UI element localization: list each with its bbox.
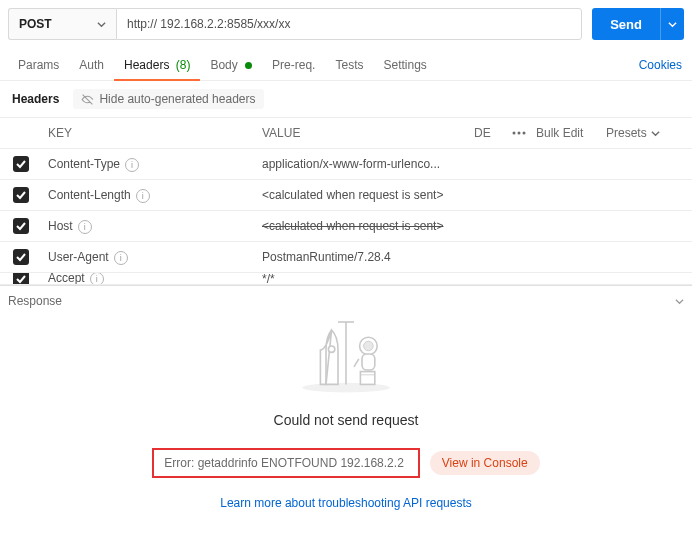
presets-button[interactable]: Presets [600,126,692,140]
svg-line-11 [354,359,359,367]
response-label: Response [8,294,62,308]
send-options-button[interactable] [660,8,684,40]
row-checkbox[interactable] [0,156,42,172]
chevron-down-icon[interactable] [675,297,684,306]
row-checkbox[interactable] [0,187,42,203]
view-in-console-button[interactable]: View in Console [430,451,540,475]
http-method-select[interactable]: POST [8,8,116,40]
headers-table-body: Content-Typei application/x-www-form-url… [0,149,692,285]
bulk-edit-button[interactable]: Bulk Edit [536,126,600,140]
tab-auth[interactable]: Auth [69,50,114,80]
row-key[interactable]: Hosti [42,219,256,234]
tab-body-label: Body [210,58,237,72]
cookies-link[interactable]: Cookies [637,50,684,80]
info-icon: i [125,158,139,172]
error-host: 192.168.2.2 [340,456,403,470]
svg-point-9 [364,341,374,351]
row-key[interactable]: Content-Typei [42,157,256,172]
http-method-label: POST [19,17,52,31]
svg-point-0 [513,132,516,135]
send-button-group: Send [592,8,684,40]
row-checkbox[interactable] [0,273,42,285]
hide-autogen-label: Hide auto-generated headers [99,92,255,106]
row-checkbox[interactable] [0,249,42,265]
request-tabs: Params Auth Headers (8) Body Pre-req. Te… [0,44,692,81]
row-value[interactable]: PostmanRuntime/7.28.4 [256,250,470,264]
table-row: Accepti */* [0,273,692,285]
response-error-box: Error: getaddrinfo ENOTFOUND 192.168.2.2 [152,448,419,478]
checkbox-checked-icon [13,249,29,265]
url-input[interactable] [116,8,582,40]
more-columns-button[interactable] [502,131,536,135]
chevron-down-icon [97,20,106,29]
table-row: Hosti <calculated when request is sent> [0,211,692,242]
row-value[interactable]: application/x-www-form-urlenco... [256,157,470,171]
headers-subtitle: Headers [12,92,59,106]
svg-rect-12 [360,372,374,385]
chevron-down-icon [668,20,677,29]
row-key[interactable]: User-Agenti [42,250,256,265]
rocket-astronaut-icon [281,314,411,394]
svg-point-1 [518,132,521,135]
checkbox-checked-icon [13,187,29,203]
svg-point-2 [523,132,526,135]
headers-table: KEY VALUE DE Bulk Edit Presets Content-T… [0,117,692,285]
body-active-dot-icon [245,62,252,69]
response-error-line: Error: getaddrinfo ENOTFOUND 192.168.2.2… [8,448,684,478]
headers-subbar: Headers Hide auto-generated headers [0,81,692,117]
tab-headers-label: Headers [124,58,169,72]
tab-prereq[interactable]: Pre-req. [262,50,325,80]
hide-autogen-toggle[interactable]: Hide auto-generated headers [73,89,263,109]
headers-table-head: KEY VALUE DE Bulk Edit Presets [0,118,692,149]
info-icon: i [90,273,104,285]
row-value[interactable]: <calculated when request is sent> [256,188,470,202]
row-value[interactable]: <calculated when request is sent> [256,219,470,233]
info-icon: i [78,220,92,234]
table-row: Content-Typei application/x-www-form-url… [0,149,692,180]
row-checkbox[interactable] [0,218,42,234]
table-row: Content-Lengthi <calculated when request… [0,180,692,211]
response-area: Response Could not send request Error: g… [0,285,692,510]
tab-headers-count: (8) [176,58,191,72]
presets-label: Presets [606,126,647,140]
request-bar: POST Send [0,0,692,44]
learn-more-link[interactable]: Learn more about troubleshooting API req… [8,496,684,510]
table-row: User-Agenti PostmanRuntime/7.28.4 [0,242,692,273]
ellipsis-icon [512,131,526,135]
row-key[interactable]: Accepti [42,273,256,285]
row-key[interactable]: Content-Lengthi [42,188,256,203]
info-icon: i [136,189,150,203]
col-desc-header: DE [470,126,502,140]
tab-headers[interactable]: Headers (8) [114,50,200,80]
col-key-header: KEY [42,126,256,140]
eye-off-icon [81,93,94,106]
send-button[interactable]: Send [592,8,660,40]
checkbox-checked-icon [13,273,29,285]
response-title: Could not send request [8,412,684,428]
checkbox-checked-icon [13,156,29,172]
response-illustration [8,314,684,394]
error-prefix: Error: getaddrinfo ENOTFOUND [164,456,337,470]
tab-params[interactable]: Params [8,50,69,80]
col-value-header: VALUE [256,126,470,140]
tab-body[interactable]: Body [200,50,262,80]
checkbox-checked-icon [13,218,29,234]
tab-tests[interactable]: Tests [325,50,373,80]
svg-rect-10 [362,354,375,370]
info-icon: i [114,251,128,265]
svg-point-7 [328,346,334,352]
tab-settings[interactable]: Settings [373,50,436,80]
row-value[interactable]: */* [256,273,470,285]
chevron-down-icon [651,129,660,138]
response-header: Response [8,292,684,314]
